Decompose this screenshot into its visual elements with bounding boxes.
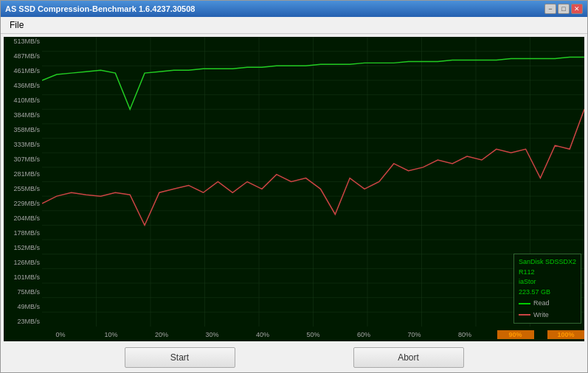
y-label-3: 436MB/s xyxy=(4,83,42,89)
legend-read-row: Read xyxy=(519,299,576,309)
y-label-4: 410MB/s xyxy=(4,97,42,104)
y-label-9: 281MB/s xyxy=(4,171,42,178)
legend-device: SanDisk SDSSDX2 xyxy=(519,257,576,268)
menu-bar: File xyxy=(1,17,587,34)
y-label-1: 487MB/s xyxy=(4,53,42,60)
write-line-icon xyxy=(519,314,530,316)
minimize-button[interactable]: − xyxy=(544,4,556,14)
x-label-8: 80% xyxy=(446,331,483,338)
start-button[interactable]: Start xyxy=(125,347,235,368)
close-button[interactable]: ✕ xyxy=(571,4,583,14)
file-menu[interactable]: File xyxy=(5,18,28,32)
title-bar: AS SSD Compression-Benchmark 1.6.4237.30… xyxy=(1,1,587,17)
y-label-12: 204MB/s xyxy=(4,215,42,222)
y-label-18: 49MB/s xyxy=(4,304,42,310)
y-label-19: 23MB/s xyxy=(4,318,42,325)
y-label-14: 152MB/s xyxy=(4,245,42,251)
y-label-11: 229MB/s xyxy=(4,201,42,207)
legend-write-label: Write xyxy=(533,310,549,321)
abort-button[interactable]: Abort xyxy=(353,347,464,368)
legend-size: 223.57 GB xyxy=(519,287,576,298)
x-label-7: 70% xyxy=(396,331,433,338)
window-controls: − □ ✕ xyxy=(544,4,583,14)
legend-model: R112 xyxy=(519,268,576,278)
x-label-1: 10% xyxy=(93,331,130,338)
x-label-2: 20% xyxy=(143,331,180,338)
legend-read-label: Read xyxy=(533,299,550,309)
maximize-button[interactable]: □ xyxy=(558,4,570,14)
y-label-8: 307MB/s xyxy=(4,156,42,163)
y-label-16: 101MB/s xyxy=(4,274,42,281)
y-label-0: 513MB/s xyxy=(4,38,42,45)
y-label-10: 255MB/s xyxy=(4,186,42,192)
x-label-0: 0% xyxy=(42,331,79,338)
y-label-7: 333MB/s xyxy=(4,142,42,148)
y-label-5: 384MB/s xyxy=(4,112,42,119)
y-label-13: 178MB/s xyxy=(4,230,42,237)
legend-box: SanDisk SDSSDX2 R112 iaStor 223.57 GB Re… xyxy=(513,254,581,324)
x-label-9: 90% xyxy=(497,330,534,339)
x-axis-labels: 0% 10% 20% 30% 40% 50% 60% 70% 80% 90% 1… xyxy=(42,328,584,341)
x-label-6: 60% xyxy=(345,331,382,338)
chart-area: 513MB/s 487MB/s 461MB/s 436MB/s 410MB/s … xyxy=(4,37,584,341)
legend-driver: iaStor xyxy=(519,277,576,287)
read-line-icon xyxy=(519,303,530,304)
x-label-5: 50% xyxy=(295,331,332,338)
window-title: AS SSD Compression-Benchmark 1.6.4237.30… xyxy=(5,4,195,13)
x-label-10: 100% xyxy=(547,330,584,339)
button-bar: Start Abort xyxy=(1,343,587,372)
x-label-3: 30% xyxy=(194,331,231,338)
y-label-15: 126MB/s xyxy=(4,259,42,266)
chart-canvas xyxy=(42,37,584,327)
x-label-4: 40% xyxy=(244,331,281,338)
legend-write-row: Write xyxy=(519,310,576,321)
main-window: AS SSD Compression-Benchmark 1.6.4237.30… xyxy=(0,0,588,373)
y-axis-labels: 513MB/s 487MB/s 461MB/s 436MB/s 410MB/s … xyxy=(4,37,42,327)
y-label-17: 75MB/s xyxy=(4,289,42,296)
y-label-6: 358MB/s xyxy=(4,127,42,133)
y-label-2: 461MB/s xyxy=(4,68,42,74)
